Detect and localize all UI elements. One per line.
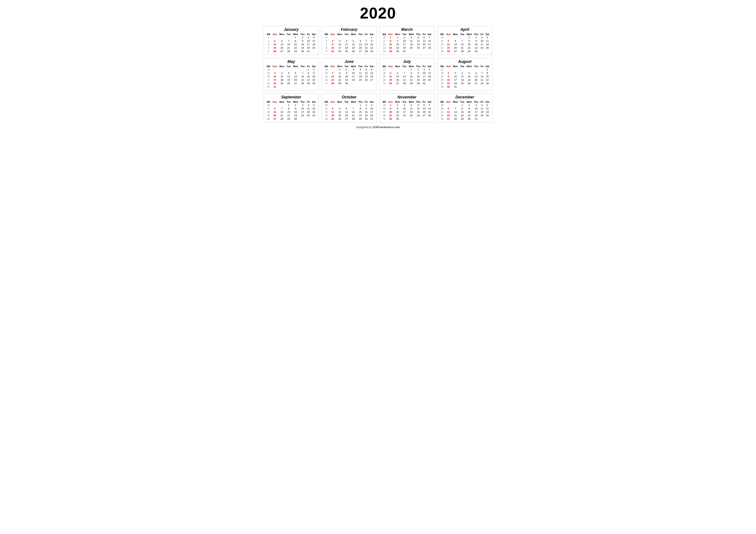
day-cell: 13: [421, 39, 426, 43]
day-cell: 8: [357, 107, 364, 110]
day-cell: 17: [299, 110, 306, 114]
header-thu: Thu: [357, 65, 364, 68]
day-cell: 19: [364, 75, 369, 78]
day-cell: [350, 36, 357, 39]
sunday-day: 29: [387, 50, 394, 53]
day-cell: 3: [350, 68, 357, 71]
day-cell: 27: [292, 82, 299, 85]
day-cell: 7: [452, 107, 459, 110]
day-cell: [479, 85, 484, 89]
day-cell: 19: [415, 43, 421, 46]
month-table-may: WkSunMonTueWedThuFriSat18121934567892010…: [266, 65, 317, 89]
sunday-day: 18: [329, 114, 336, 117]
week-number: 37: [266, 107, 271, 110]
header-mon: Mon: [394, 65, 401, 68]
day-cell: 31: [421, 82, 426, 85]
week-number: 45: [381, 103, 387, 107]
header-tue: Tue: [285, 100, 292, 103]
day-cell: 15: [369, 43, 375, 46]
header-sun: Sun: [387, 100, 394, 103]
day-cell: [350, 82, 357, 85]
table-row: 3416171819202122: [440, 78, 491, 82]
header-wed: Wed: [408, 65, 415, 68]
table-row: 3612345: [266, 103, 317, 107]
day-cell: [473, 68, 479, 71]
day-cell: 31: [473, 117, 479, 120]
day-cell: 28: [426, 114, 432, 117]
day-cell: 27: [473, 82, 479, 85]
table-row: 1215161718192021: [381, 43, 433, 46]
day-cell: 25: [479, 114, 484, 117]
day-cell: [271, 36, 278, 39]
month-name-april: April: [440, 27, 491, 32]
day-cell: 25: [343, 50, 350, 53]
day-cell: [401, 117, 408, 120]
day-cell: 12: [350, 43, 357, 46]
day-cell: 25: [306, 114, 311, 117]
sunday-day: 25: [329, 117, 336, 120]
month-block-october: OctoberWkSunMonTueWedThuFriSat4012341456…: [322, 93, 377, 122]
day-cell: 30: [364, 117, 369, 120]
week-number: 49: [440, 103, 445, 107]
day-cell: 22: [369, 46, 375, 50]
table-row: 532728293031: [440, 117, 491, 120]
sunday-day: 13: [271, 110, 278, 114]
day-cell: 27: [452, 50, 459, 53]
day-cell: [329, 68, 336, 71]
day-cell: [473, 85, 479, 89]
week-number: 11: [381, 39, 387, 43]
day-cell: 5: [364, 68, 369, 71]
month-table-september: WkSunMonTueWedThuFriSat36123453767891011…: [266, 100, 317, 120]
day-cell: 13: [278, 43, 285, 46]
day-cell: [387, 68, 394, 71]
month-block-june: JuneWkSunMonTueWedThuFriSat2312345624789…: [322, 58, 377, 90]
day-cell: [459, 68, 465, 71]
day-cell: 27: [343, 117, 350, 120]
header-sat: Sat: [484, 65, 490, 68]
day-cell: 8: [484, 71, 490, 75]
day-cell: [415, 50, 421, 53]
day-cell: 16: [364, 110, 369, 114]
day-cell: 26: [415, 46, 421, 50]
table-row: 2331: [266, 85, 317, 89]
day-cell: 15: [306, 75, 311, 78]
day-cell: 4: [306, 103, 311, 107]
week-number: 41: [324, 107, 329, 110]
day-cell: 23: [299, 46, 306, 50]
day-cell: 15: [465, 43, 473, 46]
day-cell: 18: [408, 43, 415, 46]
header-fri: Fri: [306, 100, 311, 103]
header-tue: Tue: [459, 65, 465, 68]
header-sun: Sun: [271, 65, 278, 68]
day-cell: 24: [350, 78, 357, 82]
sunday-day: 15: [387, 43, 394, 46]
day-cell: 16: [311, 75, 316, 78]
sunday-day: 3: [271, 71, 278, 75]
day-cell: 21: [299, 78, 306, 82]
header-wed: Wed: [465, 65, 473, 68]
sunday-day: 26: [445, 50, 452, 53]
header-thu: Thu: [357, 33, 364, 36]
week-number: 20: [266, 75, 271, 78]
day-cell: 27: [369, 78, 375, 82]
day-cell: 23: [394, 114, 401, 117]
header-thu: Thu: [299, 65, 306, 68]
day-cell: 29: [408, 82, 415, 85]
day-cell: 7: [479, 71, 484, 75]
day-cell: 26: [415, 114, 421, 117]
day-cell: 2: [311, 68, 316, 71]
day-cell: [350, 103, 357, 107]
day-cell: 20: [278, 46, 285, 50]
day-cell: [299, 68, 306, 71]
day-cell: 10: [421, 71, 426, 75]
day-cell: 12: [285, 75, 292, 78]
day-cell: 15: [484, 75, 490, 78]
sunday-day: 19: [387, 78, 394, 82]
sunday-day: 29: [387, 117, 394, 120]
week-number: 36: [440, 85, 445, 89]
header-sat: Sat: [426, 65, 432, 68]
day-cell: 11: [357, 71, 364, 75]
week-number: 14: [440, 36, 445, 39]
day-cell: [484, 117, 490, 120]
sunday-day: 8: [387, 107, 394, 110]
